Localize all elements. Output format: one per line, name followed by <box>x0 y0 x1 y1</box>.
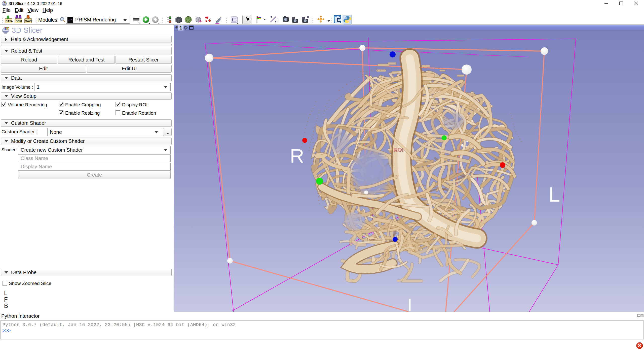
svg-text:DCM: DCM <box>16 20 22 23</box>
svg-text:DATA: DATA <box>6 20 13 23</box>
svg-text:E: E <box>337 17 340 23</box>
svg-text:L: L <box>549 183 560 206</box>
svg-text:ROI: ROI <box>394 147 404 153</box>
svg-text:SAVE: SAVE <box>25 20 32 23</box>
svg-text:1: 1 <box>179 25 182 30</box>
svg-text:R: R <box>290 145 304 167</box>
svg-text:I: I <box>407 295 412 312</box>
